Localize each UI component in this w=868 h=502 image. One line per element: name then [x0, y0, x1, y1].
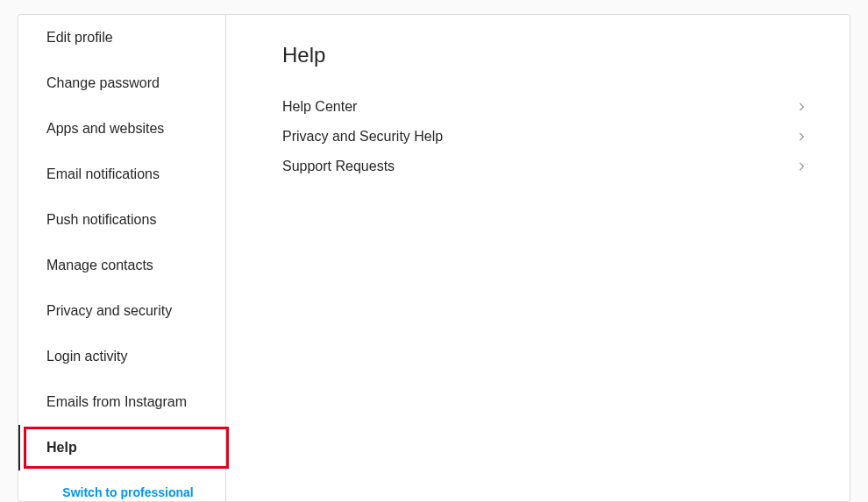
sidebar-item-label: Email notifications [46, 166, 160, 181]
sidebar-item-label: Push notifications [46, 212, 156, 227]
sidebar-item-label: Privacy and security [46, 303, 172, 318]
sidebar-item-label: Help [46, 440, 77, 455]
help-link-support-requests[interactable]: Support Requests [282, 152, 808, 181]
sidebar-item-manage-contacts[interactable]: Manage contacts [18, 243, 225, 288]
sidebar-switch-professional[interactable]: Switch to professional [18, 470, 225, 502]
help-link-label: Help Center [282, 99, 357, 115]
sidebar-item-email-notifications[interactable]: Email notifications [18, 152, 225, 197]
sidebar-item-label: Edit profile [46, 30, 113, 45]
sidebar-item-label: Apps and websites [46, 121, 164, 136]
sidebar-item-label: Emails from Instagram [46, 394, 187, 409]
chevron-right-icon [795, 160, 808, 173]
sidebar-item-label: Login activity [46, 349, 128, 364]
sidebar-item-push-notifications[interactable]: Push notifications [18, 197, 225, 243]
sidebar-item-label: Manage contacts [46, 258, 153, 272]
page-title: Help [282, 43, 808, 67]
chevron-right-icon [795, 131, 808, 143]
sidebar-item-login-activity[interactable]: Login activity [18, 334, 225, 379]
help-link-help-center[interactable]: Help Center [282, 92, 808, 122]
sidebar-item-change-password[interactable]: Change password [18, 60, 225, 106]
help-link-privacy-security[interactable]: Privacy and Security Help [282, 122, 808, 152]
sidebar-item-emails-instagram[interactable]: Emails from Instagram [18, 379, 225, 425]
main-content: Help Help Center Privacy and Security He… [226, 15, 850, 501]
sidebar-item-label: Change password [46, 75, 160, 90]
help-link-label: Privacy and Security Help [282, 129, 443, 145]
help-link-label: Support Requests [282, 159, 395, 174]
help-links-list: Help Center Privacy and Security Help Su… [282, 92, 808, 181]
settings-container: Edit profile Change password Apps and we… [18, 14, 850, 502]
sidebar-item-apps-websites[interactable]: Apps and websites [18, 106, 225, 152]
chevron-right-icon [795, 101, 808, 113]
sidebar-switch-label: Switch to professional [62, 485, 193, 499]
sidebar-item-help[interactable]: Help [18, 425, 225, 470]
sidebar-item-privacy-security[interactable]: Privacy and security [18, 288, 225, 334]
sidebar-item-edit-profile[interactable]: Edit profile [18, 15, 225, 60]
settings-sidebar: Edit profile Change password Apps and we… [18, 15, 226, 501]
